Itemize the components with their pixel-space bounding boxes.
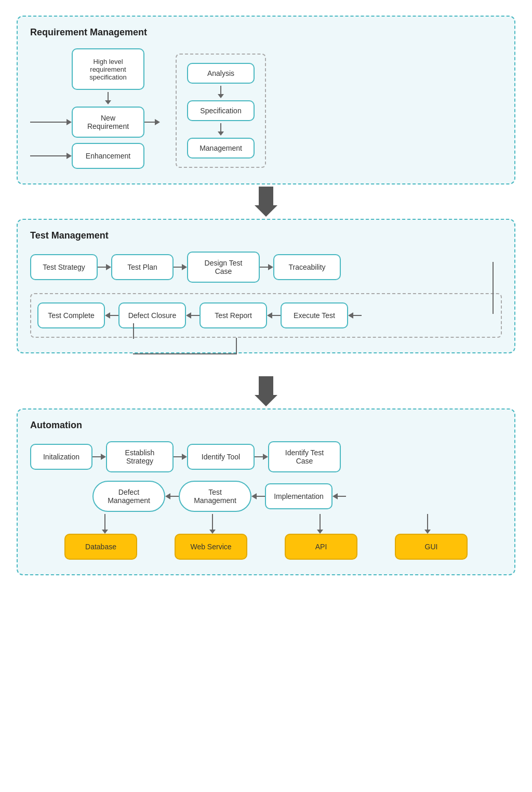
test-management-cyl-label: TestManagement <box>194 488 236 505</box>
database-label: Database <box>85 543 116 551</box>
test-complete-label: Test Complete <box>48 311 94 320</box>
database-box: Database <box>64 534 137 560</box>
test-management-cyl-box: TestManagement <box>179 481 251 512</box>
gui-label: GUI <box>425 543 438 551</box>
big-arrow-2 <box>255 374 277 408</box>
requirement-layout: High levelrequirementspecification <box>30 48 502 169</box>
new-requirement-box: NewRequirement <box>72 107 144 138</box>
establish-strategy-box: EstablishStrategy <box>106 441 174 472</box>
web-service-label: Web Service <box>190 543 231 551</box>
test-strategy-label: Test Strategy <box>43 263 85 271</box>
web-service-box: Web Service <box>175 534 247 560</box>
identify-tool-label: Identify Tool <box>202 453 240 461</box>
defect-closure-label: Defect Closure <box>128 311 177 320</box>
main-diagram: Requirement Management High levelrequire… <box>10 10 522 580</box>
automation-top-row: Initalization EstablishStrategy Identify… <box>30 441 502 472</box>
arrow-high-to-new <box>105 92 111 104</box>
big-arrow-1 <box>255 184 277 219</box>
implementation-box: Implementation <box>265 483 332 509</box>
arrow-analysis-to-spec <box>218 86 224 98</box>
enhancement-label: Enhancement <box>86 152 130 160</box>
gui-box: GUI <box>395 534 468 560</box>
analysis-label: Analysis <box>207 69 234 77</box>
automation-title: Automation <box>30 420 502 431</box>
test-report-label: Test Report <box>215 311 252 320</box>
defect-closure-box: Defect Closure <box>118 302 186 328</box>
specification-label: Specification <box>200 107 241 115</box>
defect-management-label: DefectManagement <box>108 488 150 505</box>
identify-test-case-label: Identify TestCase <box>285 448 324 465</box>
new-requirement-label: NewRequirement <box>87 114 129 130</box>
management-label: Management <box>200 144 242 152</box>
api-box: API <box>285 534 357 560</box>
api-label: API <box>315 543 327 551</box>
identify-test-case-box: Identify TestCase <box>268 441 341 472</box>
automation-panel: Automation Initalization EstablishStrate… <box>17 408 515 575</box>
high-level-req-box: High levelrequirementspecification <box>72 48 144 90</box>
specification-box: Specification <box>187 100 255 121</box>
test-plan-label: Test Plan <box>127 263 157 271</box>
test-management-panel: Test Management Test Strategy Test Plan … <box>17 219 515 353</box>
test-report-box: Test Report <box>200 302 267 328</box>
design-test-case-box: Design TestCase <box>187 252 260 283</box>
traceability-box: Traceability <box>273 254 341 280</box>
test-plan-box: Test Plan <box>111 254 174 280</box>
design-test-case-label: Design TestCase <box>205 259 243 275</box>
initialization-label: Initalization <box>43 453 79 461</box>
requirement-management-title: Requirement Management <box>30 27 502 38</box>
implementation-label: Implementation <box>274 492 324 500</box>
establish-strategy-label: EstablishStrategy <box>125 448 155 465</box>
execute-test-label: Execute Test <box>294 311 335 320</box>
traceability-label: Traceability <box>288 263 325 271</box>
defect-management-box: DefectManagement <box>92 481 165 512</box>
test-management-top-row: Test Strategy Test Plan Design TestCase <box>30 252 502 283</box>
arrow-spec-to-mgmt <box>218 123 224 136</box>
management-box: Management <box>187 138 255 159</box>
enhancement-box: Enhancement <box>72 143 144 169</box>
test-management-title: Test Management <box>30 230 502 241</box>
test-execution-dashed: Test Complete Defect Closure Test Report <box>30 293 502 338</box>
identify-tool-box: Identify Tool <box>187 444 255 470</box>
execute-test-box: Execute Test <box>281 302 348 328</box>
initialization-box: Initalization <box>30 444 92 470</box>
requirement-management-panel: Requirement Management High levelrequire… <box>17 16 515 184</box>
analysis-box: Analysis <box>187 63 255 84</box>
high-level-req-label: High levelrequirementspecification <box>89 58 127 81</box>
test-strategy-box: Test Strategy <box>30 254 98 280</box>
test-complete-box: Test Complete <box>37 302 105 328</box>
